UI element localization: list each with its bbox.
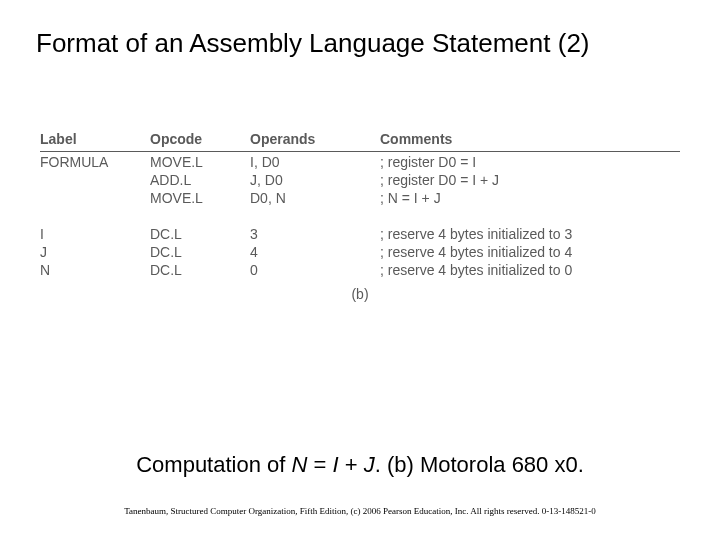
cell-operands: J, D0 [250,172,380,188]
header-comments: Comments [380,131,680,147]
slide-subtitle: Computation of N = I + J. (b) Motorola 6… [0,452,720,478]
subtitle-var-j: J [364,452,375,477]
cell-label: N [40,262,150,278]
subtitle-var-n: N [292,452,308,477]
table-row: MOVE.L D0, N ; N = I + J [40,188,680,206]
cell-opcode: DC.L [150,262,250,278]
cell-operands: D0, N [250,190,380,206]
header-opcode: Opcode [150,131,250,147]
cell-operands: I, D0 [250,154,380,170]
table-row: I DC.L 3 ; reserve 4 bytes initialized t… [40,224,680,242]
table-row: J DC.L 4 ; reserve 4 bytes initialized t… [40,242,680,260]
cell-comments: ; reserve 4 bytes initialized to 0 [380,262,680,278]
subtitle-eq1: = [307,452,332,477]
subtitle-post2: (b) Motorola 680 x0. [387,452,584,477]
header-label: Label [40,131,150,147]
cell-opcode: MOVE.L [150,190,250,206]
table-header-row: Label Opcode Operands Comments [40,131,680,152]
cell-label: J [40,244,150,260]
table-row: FORMULA MOVE.L I, D0 ; register D0 = I [40,152,680,170]
cell-comments: ; reserve 4 bytes initialized to 3 [380,226,680,242]
cell-operands: 4 [250,244,380,260]
figure-caption-b: (b) [40,286,680,302]
cell-opcode: DC.L [150,226,250,242]
cell-comments: ; register D0 = I + J [380,172,680,188]
cell-label [40,190,150,206]
cell-comments: ; register D0 = I [380,154,680,170]
table-row: N DC.L 0 ; reserve 4 bytes initialized t… [40,260,680,278]
table-gap [40,206,680,224]
cell-opcode: DC.L [150,244,250,260]
header-operands: Operands [250,131,380,147]
slide-footer: Tanenbaum, Structured Computer Organizat… [0,506,720,516]
cell-operands: 0 [250,262,380,278]
cell-label: FORMULA [40,154,150,170]
cell-opcode: MOVE.L [150,154,250,170]
cell-operands: 3 [250,226,380,242]
slide: Format of an Assembly Language Statement… [0,0,720,540]
subtitle-pre: Computation of [136,452,291,477]
cell-opcode: ADD.L [150,172,250,188]
cell-comments: ; N = I + J [380,190,680,206]
subtitle-eq2: + [339,452,364,477]
slide-title: Format of an Assembly Language Statement… [36,28,690,59]
cell-label [40,172,150,188]
assembly-table: Label Opcode Operands Comments FORMULA M… [40,131,680,302]
cell-comments: ; reserve 4 bytes initialized to 4 [380,244,680,260]
subtitle-post1: . [375,452,387,477]
cell-label: I [40,226,150,242]
table-row: ADD.L J, D0 ; register D0 = I + J [40,170,680,188]
